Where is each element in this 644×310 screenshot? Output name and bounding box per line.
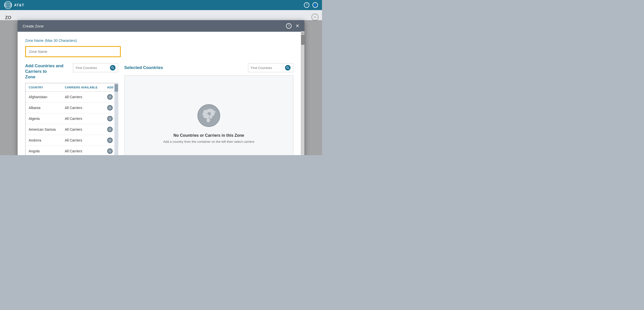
table-row: Afghanistan All Carriers xyxy=(26,92,118,102)
modal-scrollbar[interactable]: ▲ ▼ xyxy=(301,31,304,155)
modal-header: Create Zone ? ✕ xyxy=(18,20,304,32)
modal-body: Zone Name (Max 30 Characters) Add Countr… xyxy=(18,32,304,155)
att-header: AT&T ? 👤 xyxy=(0,0,322,10)
two-column-layout: Add Countries and Carriers to Zone xyxy=(25,63,293,155)
add-country-button[interactable] xyxy=(107,127,113,132)
zone-name-input[interactable] xyxy=(25,46,121,57)
carriers-available: All Carriers xyxy=(62,113,104,124)
user-icon[interactable]: 👤 xyxy=(312,2,318,8)
carriers-available: All Carriers xyxy=(62,135,104,146)
modal-title: Create Zone xyxy=(23,24,44,28)
add-country-button[interactable] xyxy=(107,148,113,154)
selected-countries-label: Selected Countries xyxy=(124,65,163,70)
page-bg-text: ZO xyxy=(5,15,11,20)
find-countries-right-box xyxy=(248,63,293,72)
plus-icon xyxy=(108,106,111,109)
add-countries-label: Add Countries and Carriers to Zone xyxy=(25,63,73,80)
table-header: COUNTRY CARRIERS AVAILABLE ADD xyxy=(26,83,118,92)
table-scroll-thumb[interactable] xyxy=(114,84,118,92)
col-carriers-header: CARRIERS AVAILABLE xyxy=(62,83,104,92)
att-logo-icon xyxy=(4,1,12,9)
modal-help-icon[interactable]: ? xyxy=(286,23,292,29)
countries-table: COUNTRY CARRIERS AVAILABLE ADD Afghanist… xyxy=(25,83,118,155)
create-zone-modal: Create Zone ? ✕ ▲ ▼ Zone Name (Max 30 Ch… xyxy=(18,20,304,155)
table-row: Albania All Carriers xyxy=(26,102,118,113)
modal-header-actions: ? ✕ xyxy=(286,23,299,29)
add-country-button[interactable] xyxy=(107,94,113,100)
header-icons: ? 👤 xyxy=(304,2,318,8)
plus-icon xyxy=(108,95,111,98)
find-countries-right-input[interactable] xyxy=(251,66,283,70)
plus-icon xyxy=(108,139,111,142)
plus-icon xyxy=(108,150,111,153)
add-country-button[interactable] xyxy=(107,116,113,121)
table-row: American Samoa All Carriers xyxy=(26,124,118,135)
help-icon[interactable]: ? xyxy=(304,2,309,8)
globe-icon xyxy=(196,103,221,128)
country-name: Algeria xyxy=(26,113,62,124)
find-countries-left-input[interactable] xyxy=(76,66,108,70)
find-countries-left-search-icon[interactable] xyxy=(110,65,115,71)
table-row: Andorra All Carriers xyxy=(26,135,118,146)
scroll-up-arrow[interactable]: ▲ xyxy=(301,31,304,35)
country-name: Afghanistan xyxy=(26,92,62,102)
zone-name-label: Zone Name (Max 30 Characters) xyxy=(25,38,293,43)
col-country-header: COUNTRY xyxy=(26,83,62,92)
svg-line-25 xyxy=(288,68,289,69)
right-panel-header: Selected Countries xyxy=(124,63,293,72)
svg-point-34 xyxy=(213,111,216,113)
carriers-available: All Carriers xyxy=(62,124,104,135)
svg-point-31 xyxy=(209,115,212,119)
svg-point-32 xyxy=(207,118,210,122)
search-svg xyxy=(111,66,114,69)
selected-countries-box: No Countries or Carriers in this Zone Ad… xyxy=(124,75,293,155)
no-countries-title: No Countries or Carriers in this Zone xyxy=(174,133,244,138)
country-name: Andorra xyxy=(26,135,62,146)
country-name: Albania xyxy=(26,102,62,113)
modal-overlay: Create Zone ? ✕ ▲ ▼ Zone Name (Max 30 Ch… xyxy=(0,20,322,155)
left-panel: Add Countries and Carriers to Zone xyxy=(25,63,118,155)
right-panel: Selected Countries xyxy=(124,63,293,155)
table-scrollbar[interactable] xyxy=(114,83,118,155)
countries-table-wrapper: COUNTRY CARRIERS AVAILABLE ADD Afghanist… xyxy=(25,83,118,155)
carriers-available: All Carriers xyxy=(62,102,104,113)
modal-close-button[interactable]: ✕ xyxy=(296,24,299,28)
search-svg-right xyxy=(286,66,289,69)
scroll-thumb[interactable] xyxy=(301,35,304,45)
country-name: Angola xyxy=(26,146,62,155)
no-countries-sub: Add a country from the container on the … xyxy=(163,140,255,144)
add-country-button[interactable] xyxy=(107,137,113,143)
add-zone-button[interactable]: + xyxy=(311,14,318,21)
plus-icon xyxy=(108,117,111,120)
plus-icon xyxy=(108,128,111,131)
carriers-available: All Carriers xyxy=(62,146,104,155)
svg-line-5 xyxy=(113,68,114,69)
country-name: American Samoa xyxy=(26,124,62,135)
att-brand-name: AT&T xyxy=(14,3,24,7)
find-countries-left-box xyxy=(73,63,118,72)
add-country-button[interactable] xyxy=(107,105,113,111)
left-panel-header: Add Countries and Carriers to Zone xyxy=(25,63,118,80)
svg-point-33 xyxy=(203,113,205,116)
att-logo: AT&T xyxy=(4,1,24,9)
table-row: Algeria All Carriers xyxy=(26,113,118,124)
page-background: ZO + Create Zone ? ✕ ▲ ▼ Zo xyxy=(0,10,322,155)
carriers-available: All Carriers xyxy=(62,92,104,102)
table-row: Angola All Carriers xyxy=(26,146,118,155)
country-table-body: Afghanistan All Carriers Albania All Car… xyxy=(26,92,118,155)
find-countries-right-search-icon[interactable] xyxy=(285,65,291,71)
